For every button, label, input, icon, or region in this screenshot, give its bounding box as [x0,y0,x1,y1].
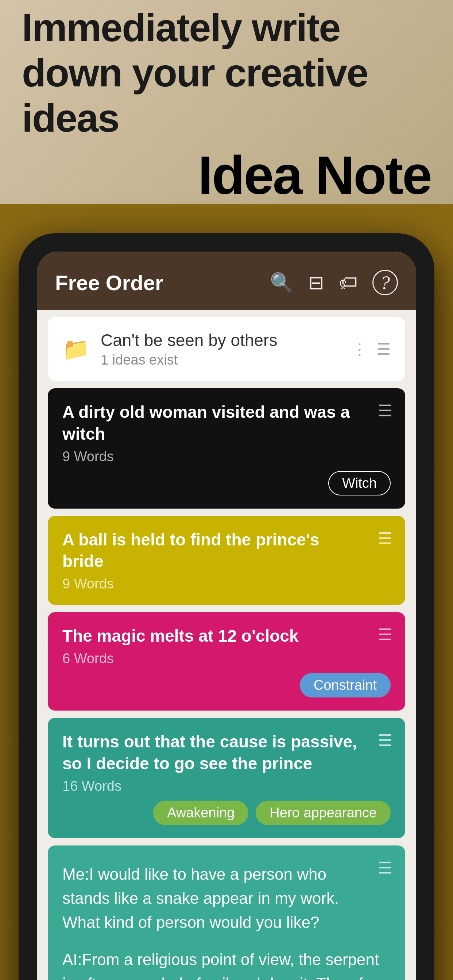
tag-hero-appearance[interactable]: Hero appearance [256,800,391,825]
help-icon[interactable]: ? [372,270,398,295]
tag-awakening[interactable]: Awakening [153,800,248,825]
note-words-4: 16 Words [62,778,391,794]
app-header: Free Order 🔍 ⊟ 🏷 ? [37,251,416,310]
note-menu-icon-3[interactable]: ☰ [378,625,392,644]
phone-wrapper: Free Order 🔍 ⊟ 🏷 ? 📁 Can't be seen by ot… [0,204,453,980]
hero-section: Immediately write down your creative ide… [0,0,453,204]
note-title-1: A dirty old woman visited and was a witc… [62,401,391,445]
note-words-2: 9 Words [62,576,391,592]
note-title-4: It turns out that the cause is passive, … [62,731,391,775]
note-menu-icon-1[interactable]: ☰ [378,401,392,420]
note-words-3: 6 Words [62,651,391,667]
folder-left: 📁 Can't be seen by others 1 ideas exist [62,330,277,368]
phone-frame: Free Order 🔍 ⊟ 🏷 ? 📁 Can't be seen by ot… [19,233,434,980]
note-card-3[interactable]: ☰ The magic melts at 12 o'clock 6 Words … [48,612,405,711]
note-menu-icon-4[interactable]: ☰ [378,731,392,749]
header-icons: 🔍 ⊟ 🏷 ? [270,270,398,295]
tag-constraint[interactable]: Constraint [300,673,391,697]
content-area: 📁 Can't be seen by others 1 ideas exist … [37,310,416,980]
tag-icon[interactable]: 🏷 [339,272,358,293]
note-words-1: 9 Words [62,449,391,465]
folder-info: Can't be seen by others 1 ideas exist [100,330,277,368]
folder-more-icon[interactable]: ⋮ [352,340,368,358]
note-body-line1: Me:I would like to have a person who sta… [62,862,391,934]
phone-screen: Free Order 🔍 ⊟ 🏷 ? 📁 Can't be seen by ot… [37,251,416,980]
note-card-4[interactable]: ☰ It turns out that the cause is passive… [48,718,405,838]
hero-title: Idea Note [22,145,431,206]
note-menu-icon-2[interactable]: ☰ [378,529,392,547]
note-title-3: The magic melts at 12 o'clock [62,625,391,647]
note-tags-1: Witch [62,471,391,495]
folder-name: Can't be seen by others [100,330,277,350]
note-menu-icon-5[interactable]: ☰ [378,859,392,877]
folder-icon: 📁 [62,336,90,362]
note-card-1[interactable]: ☰ A dirty old woman visited and was a wi… [48,388,405,509]
folder-menu-icon[interactable]: ☰ [376,340,391,358]
app-header-title: Free Order [55,270,163,295]
filter-icon[interactable]: ⊟ [308,272,324,293]
note-card-5[interactable]: ☰ Me:I would like to have a person who s… [48,845,405,980]
note-tags-3: Constraint [62,673,391,697]
folder-item[interactable]: 📁 Can't be seen by others 1 ideas exist … [48,317,405,381]
note-card-2[interactable]: ☰ A ball is held to find the prince's br… [48,516,405,605]
note-body-line2: AI:From a religious point of view, the s… [62,948,391,980]
note-tags-4: Awakening Hero appearance [62,800,391,825]
folder-count: 1 ideas exist [100,352,277,368]
search-icon[interactable]: 🔍 [270,272,293,294]
tag-witch[interactable]: Witch [328,471,391,495]
note-title-2: A ball is held to find the prince's brid… [62,529,391,573]
hero-tagline: Immediately write down your creative ide… [22,5,431,141]
folder-actions: ⋮ ☰ [352,340,391,358]
